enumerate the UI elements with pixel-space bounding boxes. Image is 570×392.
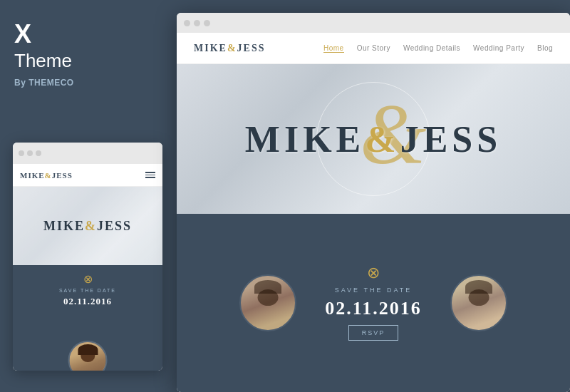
rings-icon: ⊗ — [367, 265, 380, 281]
mobile-portrait — [68, 341, 108, 371]
mobile-browser-bar — [13, 143, 162, 164]
mobile-preview: MIKE&JESS MIKE&JESS ⊗ SAVE THE DATE 02.1… — [13, 143, 162, 371]
mobile-hero-title: MIKE&JESS — [43, 219, 132, 234]
hamburger-line-3 — [145, 177, 155, 178]
portrait-face — [70, 342, 106, 371]
mobile-logo: MIKE&JESS — [20, 171, 73, 180]
nav-wedding-party[interactable]: Wedding Party — [473, 44, 524, 52]
hamburger-icon[interactable] — [145, 172, 155, 178]
desktop-nav-links: Home Our Story Wedding Details Wedding P… — [323, 44, 553, 53]
nav-home[interactable]: Home — [323, 44, 344, 53]
desktop-nav: MIKE&JESS Home Our Story Wedding Details… — [177, 33, 570, 64]
desktop-dot-1 — [184, 20, 190, 26]
x-logo: X — [14, 21, 31, 47]
mobile-save-label: SAVE THE DATE — [59, 288, 116, 293]
mobile-nav: MIKE&JESS — [13, 164, 162, 187]
mobile-save-section: ⊗ SAVE THE DATE 02.11.2016 — [13, 265, 162, 316]
portrait-img-left — [241, 276, 295, 330]
nav-blog[interactable]: Blog — [537, 44, 553, 52]
save-the-date-label: SAVE THE DATE — [335, 287, 413, 294]
hamburger-line-1 — [145, 172, 155, 173]
portrait-left — [239, 274, 296, 331]
mobile-dot-2 — [27, 150, 33, 156]
portrait-img-right — [452, 276, 506, 330]
desktop-dot-2 — [194, 20, 200, 26]
theme-title: Theme — [14, 50, 72, 72]
portrait-right — [450, 274, 507, 331]
mobile-date: 02.11.2016 — [63, 296, 112, 307]
mobile-dot-1 — [19, 150, 24, 156]
nav-wedding-details[interactable]: Wedding Details — [403, 44, 460, 52]
mobile-hero: MIKE&JESS — [13, 187, 162, 265]
save-the-date-section: ⊗ SAVE THE DATE 02.11.2016 RSVP — [177, 214, 570, 392]
desktop-dot-3 — [204, 20, 210, 26]
hero-main-title: MIKE&JESS — [245, 118, 502, 160]
desktop-logo: MIKE&JESS — [194, 43, 265, 54]
mobile-dot-3 — [36, 150, 41, 156]
rsvp-button[interactable]: RSVP — [348, 325, 399, 341]
hamburger-line-2 — [145, 175, 155, 176]
save-date-value: 02.11.2016 — [325, 298, 422, 319]
mobile-rings-icon: ⊗ — [83, 274, 93, 285]
left-panel: X Theme By THEMECO MIKE&JESS MIKE&JESS — [0, 0, 175, 392]
desktop-preview: MIKE&JESS Home Our Story Wedding Details… — [177, 13, 570, 392]
desktop-browser-bar — [177, 13, 570, 33]
desktop-hero: & MIKE&JESS — [177, 64, 570, 214]
center-info: ⊗ SAVE THE DATE 02.11.2016 RSVP — [325, 265, 422, 341]
by-themeco: By THEMECO — [14, 78, 74, 88]
nav-our-story[interactable]: Our Story — [357, 44, 390, 52]
